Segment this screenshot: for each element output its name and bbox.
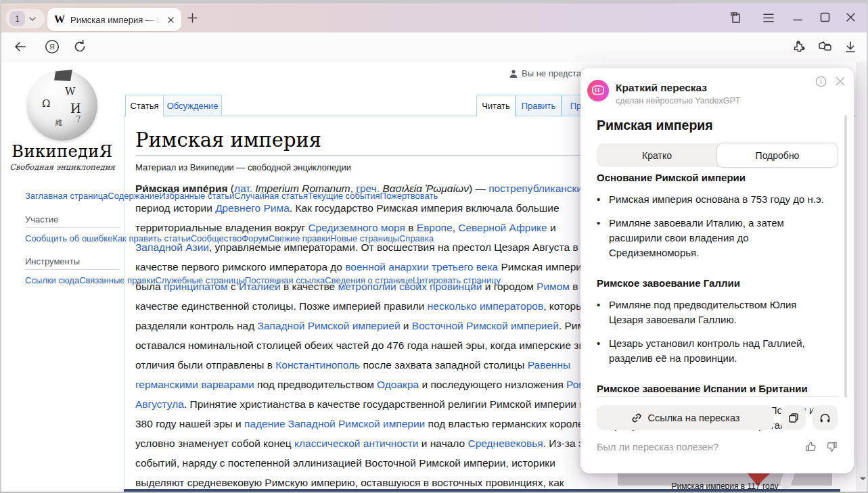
collections-icon[interactable]	[817, 40, 833, 54]
minimize-icon[interactable]	[793, 19, 802, 21]
wiki-link[interactable]: метрополии своих провинций	[338, 281, 482, 292]
article-text: под предводительством	[254, 379, 377, 390]
article-text: ) —	[469, 183, 488, 194]
article-subtitle: Материал из Википедии — свободной энцикл…	[135, 162, 351, 172]
article-text: Imperium Romanum	[255, 183, 350, 194]
browser-tab[interactable]: W Римская империя — В	[47, 8, 181, 31]
tab-read[interactable]: Читать	[476, 95, 516, 116]
summary-panel: Краткий пересказ сделан нейросетью Yande…	[580, 68, 854, 473]
tab-discussion[interactable]: Обсуждение	[163, 95, 222, 116]
tab-bar: 1 W Римская империя — В	[0, 3, 868, 32]
wiki-link[interactable]: падение Западной Римской империи	[244, 418, 425, 429]
summary-bullet-text: Римляне завоевали Италию, а затем расшир…	[609, 216, 832, 260]
extensions-puzzle-icon[interactable]	[792, 40, 806, 54]
wiki-link[interactable]: Средневековья	[467, 438, 543, 449]
summary-bullet: •Римляне завоевали Италию, а затем расши…	[597, 216, 832, 260]
back-icon[interactable]	[14, 41, 27, 53]
article-text: период истории	[135, 202, 215, 214]
wiki-link[interactable]: германскими варварами	[135, 379, 254, 390]
panel-title: Краткий пересказ	[616, 82, 707, 94]
article-text: Ри́мская импе́рия	[135, 183, 228, 194]
article-body: Ри́мская импе́рия (лат. Imperium Romanum…	[135, 179, 605, 493]
article-text: ,	[453, 222, 459, 233]
wiki-link[interactable]: Равенны	[528, 359, 570, 371]
article-text: в качестве	[281, 281, 338, 292]
summary-bullet: •Цезарь установил контроль над Галлией, …	[597, 336, 832, 366]
bullet-dot-icon: •	[597, 216, 609, 260]
bullet-dot-icon: •	[597, 298, 609, 327]
bullet-dot-icon: •	[597, 192, 609, 207]
download-icon[interactable]	[844, 41, 856, 53]
summary-content: Основание Римской империи•Римская импери…	[597, 172, 832, 433]
summary-article-title: Римская империя	[597, 118, 713, 133]
info-icon[interactable]	[815, 76, 827, 87]
panel-divider	[597, 396, 838, 397]
chevron-down-icon[interactable]	[28, 16, 37, 22]
copy-button[interactable]	[781, 405, 806, 430]
tab-close-icon[interactable]	[167, 16, 175, 24]
wiki-link[interactable]: классической античности	[294, 438, 418, 449]
side-panel-bookmarks-icon[interactable]	[729, 11, 742, 24]
wiki-link[interactable]: Восточной Римской империей	[412, 320, 559, 331]
wiki-link[interactable]: Одоакра	[377, 379, 419, 390]
wiki-link[interactable]: Европе	[417, 222, 453, 233]
panel-subtitle: сделан нейросетью YandexGPT	[616, 96, 740, 105]
sidebar: Заглавная страницаСодержаниеИзбранные ст…	[25, 189, 124, 287]
yandex-icon[interactable]: Я	[45, 39, 60, 54]
wiki-link[interactable]: Западной Римской империей	[258, 320, 401, 331]
wiki-link[interactable]: военной анархии третьего века	[345, 261, 498, 273]
summary-mode-switch: Кратко Подробно	[597, 143, 838, 167]
wiki-link[interactable]: Средиземного моря	[308, 222, 405, 233]
wiki-link[interactable]: Западной Азии	[135, 241, 209, 253]
tab-counter[interactable]: 1	[5, 9, 45, 28]
tab-detailed[interactable]: Подробно	[716, 143, 838, 168]
summary-section-heading: Римское завоевание Испании и Британии	[597, 383, 832, 394]
wiki-link[interactable]: Константинополь	[275, 359, 360, 371]
tab-brief[interactable]: Кратко	[597, 143, 717, 167]
link-chain-icon	[631, 413, 642, 423]
article-text: и	[547, 222, 556, 233]
sidebar-link[interactable]: Заглавная страница	[25, 191, 108, 201]
panel-scrollbar[interactable]	[844, 115, 847, 398]
wikipedia-wordmark[interactable]: ВикипедиЯ	[1, 142, 123, 161]
browser-window: 1 W Римская империя — В	[0, 0, 868, 493]
person-icon	[509, 69, 518, 78]
wiki-link[interactable]: принципатом	[164, 281, 228, 292]
article-text: после захвата западной столицы	[360, 359, 528, 371]
wiki-link[interactable]: лат.	[234, 183, 252, 194]
wiki-link[interactable]: Италией	[239, 281, 281, 292]
thumb-down-icon[interactable]	[826, 441, 838, 452]
wikipedia-globe-icon[interactable]: W И Ω 維 7	[27, 70, 97, 141]
sidebar-link[interactable]: Сообщить об ошибке	[25, 233, 112, 243]
summary-link-button[interactable]: Ссылка на пересказ	[597, 405, 774, 430]
new-tab-button[interactable]	[187, 12, 198, 24]
wiki-link[interactable]: несколько императоров	[428, 300, 543, 312]
sidebar-link[interactable]: Ссылки сюда	[25, 275, 79, 285]
thumb-up-icon[interactable]	[805, 441, 817, 452]
wiki-link[interactable]: греч.	[356, 183, 380, 194]
wiki-link[interactable]: пострепубликанский	[488, 183, 588, 194]
reload-icon[interactable]	[73, 39, 87, 53]
tab-article[interactable]: Статья	[125, 95, 164, 116]
article-text: в	[405, 222, 417, 233]
panel-actions: Ссылка на пересказ	[597, 405, 838, 430]
summary-bullet-text: Римская империя основана в 753 году до н…	[609, 192, 824, 207]
summary-bullet: •Римляне под предводительством Юлия Цеза…	[597, 298, 832, 327]
maximize-icon[interactable]	[820, 12, 830, 22]
wiki-link[interactable]: Северной Африке	[458, 222, 547, 233]
panel-close-icon[interactable]	[835, 76, 846, 87]
sidebar-section-title: Инструменты	[25, 256, 120, 270]
article-text: и	[401, 320, 412, 331]
browser-toolbar: Я Римская империя — Википедия ru.wikiped…	[0, 32, 868, 62]
article-text: и последующего низложения	[419, 379, 566, 390]
scrollbar-down-arrow-icon[interactable]	[859, 476, 867, 482]
listen-headphones-button[interactable]	[813, 405, 838, 430]
window-left-border	[0, 0, 1, 493]
wiki-link[interactable]: Римом	[536, 281, 570, 292]
wiki-link[interactable]: Древнего Рима	[215, 202, 290, 214]
menu-icon[interactable]	[762, 13, 775, 23]
window-close-icon[interactable]	[846, 12, 856, 22]
tab-edit[interactable]: Править	[516, 95, 562, 116]
article-paragraph: Ри́мская импе́рия (лат. Imperium Romanum…	[135, 179, 605, 493]
summary-bullet-text: Римляне под предводительством Юлия Цезар…	[609, 298, 832, 327]
